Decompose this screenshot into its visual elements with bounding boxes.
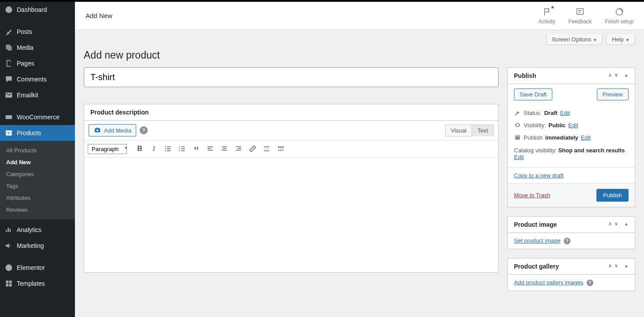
align-left-button[interactable]: [204, 142, 217, 155]
help-icon[interactable]: ?: [587, 280, 593, 286]
megaphone-icon: [4, 241, 13, 250]
toolbar-toggle-button[interactable]: [274, 142, 287, 155]
svg-point-8: [165, 150, 166, 151]
sub-add-new[interactable]: Add New: [0, 156, 75, 168]
edit-catalog-link[interactable]: Edit: [514, 154, 524, 160]
preview-button[interactable]: Preview: [597, 88, 629, 100]
svg-rect-22: [236, 147, 241, 147]
panel-toggle-icon[interactable]: ▴: [624, 221, 629, 228]
sub-all-products[interactable]: All Products: [0, 144, 75, 156]
sidebar-item-label: Pages: [17, 60, 34, 67]
panel-down-icon[interactable]: ∨: [614, 221, 619, 228]
sidebar-item-media[interactable]: Media: [0, 40, 75, 55]
read-more-icon: [263, 145, 271, 153]
sidebar-item-marketing[interactable]: Marketing: [0, 238, 75, 254]
product-description-box: Product description Add Media ? Visual T…: [84, 104, 499, 273]
sidebar-item-pages[interactable]: Pages: [0, 55, 75, 71]
panel-toggle-icon[interactable]: ▴: [624, 263, 629, 270]
help-icon[interactable]: ?: [564, 238, 570, 244]
sub-tags[interactable]: Tags: [0, 180, 75, 192]
quote-button[interactable]: [190, 142, 203, 155]
sidebar-item-elementor[interactable]: Elementor: [0, 260, 75, 276]
flag-icon: [542, 7, 552, 17]
link-button[interactable]: [246, 142, 259, 155]
panel-up-icon[interactable]: ∧: [607, 72, 613, 79]
eye-icon: [514, 122, 521, 129]
svg-rect-29: [280, 147, 282, 148]
bold-button[interactable]: B: [133, 142, 146, 155]
help-button[interactable]: Help▼: [606, 34, 635, 45]
help-icon[interactable]: ?: [140, 126, 148, 134]
panel-down-icon[interactable]: ∨: [614, 263, 619, 270]
screen-options-button[interactable]: Screen Options▼: [546, 34, 603, 45]
panel-toggle-icon[interactable]: ▴: [624, 72, 629, 79]
add-gallery-images-link[interactable]: Add product gallery images: [514, 279, 584, 286]
edit-visibility-link[interactable]: Edit: [568, 122, 578, 129]
product-title-input[interactable]: [84, 67, 499, 87]
set-product-image-link[interactable]: Set product image: [514, 237, 561, 244]
sidebar-item-products[interactable]: Products: [0, 125, 75, 141]
calendar-icon: [514, 134, 521, 141]
editor-content[interactable]: [84, 158, 498, 272]
align-left-icon: [206, 145, 214, 153]
page-icon: [4, 59, 13, 68]
products-submenu: All Products Add New Categories Tags Att…: [0, 141, 75, 219]
publish-button[interactable]: Publish: [596, 189, 629, 202]
bullet-list-button[interactable]: [161, 142, 175, 155]
panel-up-icon[interactable]: ∧: [607, 221, 613, 228]
sidebar-item-label: Comments: [17, 76, 47, 83]
archive-icon: [4, 129, 13, 137]
sidebar-item-woocommerce[interactable]: WooCommerce: [0, 109, 75, 125]
sub-reviews[interactable]: Reviews: [0, 204, 75, 216]
topbar-activity[interactable]: Activity: [539, 7, 555, 25]
move-to-trash-link[interactable]: Move to Trash: [514, 192, 550, 199]
topbar-feedback[interactable]: Feedback: [569, 7, 592, 25]
sidebar-item-dashboard[interactable]: Dashboard: [0, 2, 75, 18]
sidebar-item-label: Marketing: [17, 242, 44, 249]
svg-rect-24: [236, 150, 241, 151]
tab-visual[interactable]: Visual: [445, 125, 472, 136]
sidebar-item-label: Elementor: [17, 264, 45, 271]
panel-up-icon[interactable]: ∧: [607, 263, 613, 270]
save-draft-button[interactable]: Save Draft: [514, 88, 552, 100]
page-title: Add new product: [84, 49, 635, 61]
sub-categories[interactable]: Categories: [0, 168, 75, 180]
sidebar-item-analytics[interactable]: Analytics: [0, 222, 75, 238]
desc-box-title: Product description: [84, 104, 498, 121]
edit-status-link[interactable]: Edit: [560, 110, 570, 116]
sidebar-item-posts[interactable]: Posts: [0, 24, 75, 40]
gallery-box-title: Product gallery: [514, 263, 559, 270]
panel-down-icon[interactable]: ∨: [614, 72, 619, 79]
list-ol-icon: 123: [178, 145, 186, 153]
edit-schedule-link[interactable]: Edit: [581, 134, 591, 141]
sidebar-item-templates[interactable]: Templates: [0, 276, 75, 291]
feedback-icon: [575, 7, 585, 17]
admin-sidebar: Dashboard Posts Media Pages Comments Ema…: [0, 2, 75, 317]
list-ul-icon: [164, 145, 172, 153]
align-center-icon: [220, 145, 228, 153]
italic-button[interactable]: I: [147, 142, 160, 155]
svg-rect-19: [222, 147, 227, 147]
sidebar-item-comments[interactable]: Comments: [0, 71, 75, 87]
format-select[interactable]: Paragraph: [88, 144, 127, 154]
copy-draft-link[interactable]: Copy to a new draft: [514, 172, 564, 179]
svg-rect-16: [208, 147, 213, 147]
svg-rect-11: [181, 147, 185, 147]
topbar-finish-setup[interactable]: Finish setup: [605, 7, 633, 25]
sidebar-item-label: Emailkit: [17, 92, 38, 99]
svg-rect-2: [577, 8, 584, 14]
svg-rect-26: [264, 148, 269, 149]
svg-rect-9: [167, 151, 171, 151]
add-media-button[interactable]: Add Media: [89, 124, 136, 136]
tab-text[interactable]: Text: [472, 125, 494, 136]
svg-rect-7: [167, 148, 171, 149]
number-list-button[interactable]: 123: [175, 142, 189, 155]
align-center-button[interactable]: [218, 142, 231, 155]
svg-rect-23: [238, 148, 242, 149]
align-right-button[interactable]: [232, 142, 245, 155]
read-more-button[interactable]: [260, 142, 273, 155]
sidebar-item-emailkit[interactable]: Emailkit: [0, 87, 75, 103]
sub-attributes[interactable]: Attributes: [0, 192, 75, 204]
sidebar-item-label: Media: [17, 44, 34, 51]
link-icon: [249, 145, 257, 153]
